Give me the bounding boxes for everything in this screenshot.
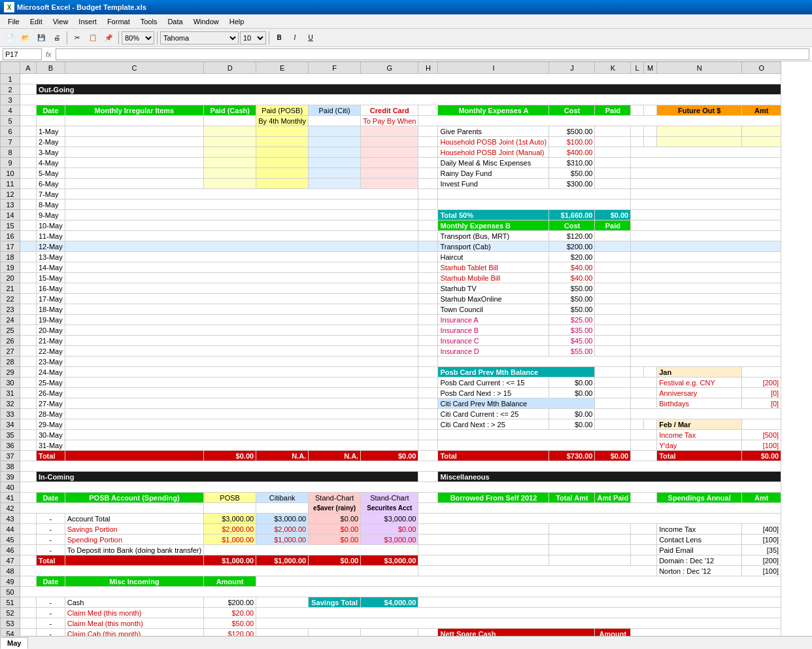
row48-data[interactable] xyxy=(20,566,418,576)
cell-3a[interactable] xyxy=(20,95,781,105)
cell-11l[interactable] xyxy=(631,179,781,189)
cell-8l[interactable] xyxy=(631,147,781,158)
expense-b-paid-7[interactable] xyxy=(595,294,631,304)
row31-data[interactable] xyxy=(65,388,418,398)
cash-11[interactable] xyxy=(204,179,256,189)
cell-45j[interactable] xyxy=(549,535,631,545)
date-33[interactable]: 28-May xyxy=(37,409,65,419)
sep-24[interactable] xyxy=(418,315,438,325)
cell-25l[interactable] xyxy=(631,325,781,336)
cell-27a[interactable] xyxy=(20,346,37,357)
sep-12[interactable] xyxy=(418,189,438,200)
cell-29o[interactable] xyxy=(742,367,781,377)
cell-54f[interactable] xyxy=(309,629,361,637)
cell-6a[interactable] xyxy=(20,126,37,137)
cell-27l[interactable] xyxy=(631,346,781,357)
irregular-8[interactable] xyxy=(65,147,203,158)
cell-42a[interactable] xyxy=(20,503,204,514)
cc-10[interactable] xyxy=(361,168,418,179)
cell-1a[interactable] xyxy=(20,74,781,84)
sep-25[interactable] xyxy=(418,325,438,336)
irregular-12[interactable] xyxy=(65,189,418,200)
date-23[interactable]: 18-May xyxy=(37,304,65,315)
cell-46a[interactable] xyxy=(20,545,37,555)
sep-8[interactable] xyxy=(418,147,438,158)
cell-36a[interactable] xyxy=(20,440,37,451)
date-6[interactable]: 1-May xyxy=(37,126,65,137)
acc-date-46[interactable]: - xyxy=(37,545,65,555)
cell-52a[interactable] xyxy=(20,608,37,618)
cell-5f[interactable] xyxy=(309,116,361,126)
cell-41l[interactable] xyxy=(631,493,657,503)
formula-input[interactable] xyxy=(56,48,809,60)
col-header-h[interactable]: H xyxy=(418,62,438,74)
expense-b-paid-2[interactable] xyxy=(595,241,631,252)
cell-53e[interactable] xyxy=(256,618,781,629)
cell-2a[interactable] xyxy=(20,84,37,95)
col-header-k[interactable]: K xyxy=(595,62,631,74)
date-31[interactable]: 26-May xyxy=(37,388,65,398)
cell-34l[interactable] xyxy=(631,419,644,430)
cell-54l[interactable] xyxy=(631,629,781,637)
col-header-d[interactable]: D xyxy=(204,62,256,74)
cell-47h[interactable] xyxy=(418,555,549,566)
cell-7a[interactable] xyxy=(20,137,37,147)
cell-22l[interactable] xyxy=(631,294,781,304)
irregular-11[interactable] xyxy=(65,179,203,189)
menu-file[interactable]: File xyxy=(3,16,25,27)
expense-a-paid-5[interactable] xyxy=(595,168,631,179)
cell-18l[interactable] xyxy=(631,252,781,262)
cc-6[interactable] xyxy=(361,126,418,137)
row23-data[interactable] xyxy=(65,304,418,315)
cell-34m[interactable] xyxy=(644,419,657,430)
cell-11a[interactable] xyxy=(20,179,37,189)
date-30[interactable]: 25-May xyxy=(37,377,65,388)
col-header-g[interactable]: G xyxy=(361,62,418,74)
expense-a-paid-2[interactable] xyxy=(595,137,631,147)
cell-24a[interactable] xyxy=(20,315,37,325)
row32-data[interactable] xyxy=(65,398,418,409)
menu-help[interactable]: Help xyxy=(224,16,250,27)
cell-26a[interactable] xyxy=(20,336,37,346)
date-8[interactable]: 3-May xyxy=(37,147,65,158)
future-amt-7[interactable] xyxy=(742,137,781,147)
misc-date-51[interactable]: - xyxy=(37,597,65,608)
expense-a-paid-4[interactable] xyxy=(595,158,631,168)
italic-button[interactable]: I xyxy=(288,31,302,45)
col-header-c[interactable]: C xyxy=(65,62,203,74)
paste-button[interactable]: 📌 xyxy=(101,31,116,45)
sep-54[interactable] xyxy=(418,629,438,637)
date-22[interactable]: 17-May xyxy=(37,294,65,304)
date-15[interactable]: 10-May xyxy=(37,220,65,231)
outgoing-total-c[interactable] xyxy=(65,451,203,461)
date-20[interactable]: 15-May xyxy=(37,273,65,283)
expense-b-paid-3[interactable] xyxy=(595,252,631,262)
cell-45l[interactable] xyxy=(631,535,657,545)
cell-21l[interactable] xyxy=(631,283,781,294)
cell-12i[interactable] xyxy=(438,189,631,200)
cell-22a[interactable] xyxy=(20,294,37,304)
sep-26[interactable] xyxy=(418,336,438,346)
copy-button[interactable]: 📋 xyxy=(86,31,100,45)
cell-10l[interactable] xyxy=(631,168,781,179)
sep-27[interactable] xyxy=(418,346,438,357)
cell-28i[interactable] xyxy=(438,357,631,367)
date-14[interactable]: 9-May xyxy=(37,210,65,220)
cell-19a[interactable] xyxy=(20,262,37,273)
cell-20a[interactable] xyxy=(20,273,37,283)
cash-7[interactable] xyxy=(204,137,256,147)
sep-20[interactable] xyxy=(418,273,438,283)
cell-20l[interactable] xyxy=(631,273,781,283)
cell-5a[interactable] xyxy=(20,116,37,126)
col-header-j[interactable]: J xyxy=(549,62,595,74)
menu-edit[interactable]: Edit xyxy=(25,16,48,27)
citi-card-paid[interactable] xyxy=(595,398,631,409)
menu-format[interactable]: Format xyxy=(102,16,135,27)
cell-46j[interactable] xyxy=(549,545,631,555)
row34-data[interactable] xyxy=(65,419,418,430)
cc-8[interactable] xyxy=(361,147,418,158)
outgoing-header[interactable]: Out-Going xyxy=(37,84,781,95)
citi-next-paid[interactable] xyxy=(595,419,631,430)
sep-19[interactable] xyxy=(418,262,438,273)
cell-18a[interactable] xyxy=(20,252,37,262)
